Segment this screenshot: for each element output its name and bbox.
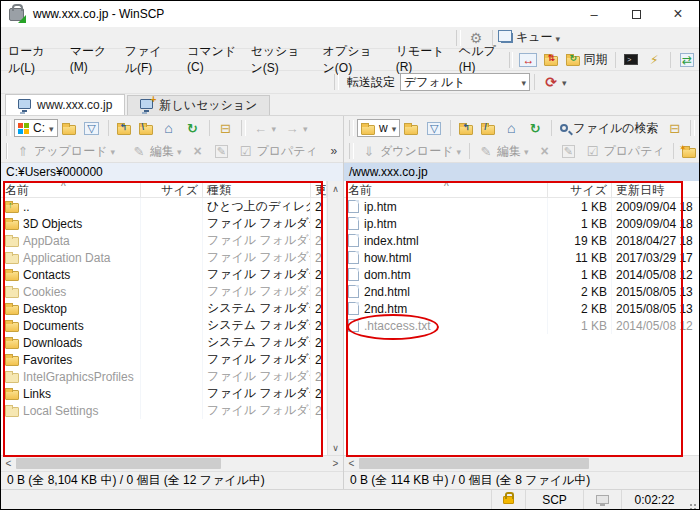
queue-button[interactable]: キュー <box>497 27 564 48</box>
minimize-button[interactable] <box>573 1 615 27</box>
toolbar-grip[interactable] <box>349 120 354 136</box>
remote-refresh-button[interactable] <box>523 118 547 138</box>
menu-item[interactable]: ローカル(L) <box>1 40 63 80</box>
menu-item[interactable]: マーク(M) <box>63 40 118 80</box>
menu-item[interactable]: セッション(S) <box>243 40 315 80</box>
file-row[interactable]: 2nd.htm2 KB2015/08/05 13 <box>344 300 700 317</box>
file-row[interactable]: Downloadsシステム フォルダー2 <box>1 334 327 351</box>
synchronize-browsing-button[interactable]: ⇅ <box>540 51 562 68</box>
local-vertical-scrollbar[interactable]: ∧ ∨ <box>327 181 343 455</box>
remote-path-bar[interactable]: /www.xxx.co.jp <box>344 163 700 181</box>
remote-directory-select[interactable]: w <box>357 119 400 137</box>
column-header-modified[interactable]: 更 <box>311 181 327 197</box>
connection-button[interactable] <box>642 50 666 70</box>
local-path-bar[interactable]: C:¥Users¥000000 <box>1 163 343 181</box>
scrollbar-thumb[interactable] <box>16 458 221 469</box>
local-drive-select[interactable]: C: <box>14 119 58 137</box>
scrollbar-thumb[interactable] <box>359 458 589 469</box>
remote-parent-directory-button[interactable]: ↰ <box>455 120 477 137</box>
file-row[interactable]: dom.htm1 KB2014/05/08 12 <box>344 266 700 283</box>
file-row[interactable]: 3D Objectsファイル フォルダー2 <box>1 215 327 232</box>
transfer-queue-button[interactable] <box>675 50 699 70</box>
remote-properties-button[interactable]: プロパティ <box>580 141 668 162</box>
file-row[interactable]: Documentsシステム フォルダー2 <box>1 317 327 334</box>
remote-directory-tree-button[interactable] <box>663 118 687 138</box>
encryption-status[interactable] <box>491 490 525 509</box>
resize-grip[interactable] <box>687 490 699 509</box>
local-back-button[interactable] <box>249 118 281 138</box>
file-row[interactable]: AppDataファイル フォルダー2 <box>1 232 327 249</box>
file-row[interactable]: Desktopシステム フォルダー2 <box>1 300 327 317</box>
file-row[interactable]: IntelGraphicsProfilesファイル フォルダー2 <box>1 368 327 385</box>
session-tab-new[interactable]: 新しいセッション <box>127 95 270 115</box>
remote-root-directory-button[interactable]: / <box>477 120 499 137</box>
file-row[interactable]: how.html11 KB2017/03/29 17 <box>344 249 700 266</box>
remote-open-directory-button[interactable] <box>400 120 422 137</box>
toolbar-grip[interactable] <box>349 143 354 159</box>
session-status[interactable] <box>583 490 621 509</box>
menu-item[interactable]: コマンド(C) <box>180 40 243 80</box>
open-console-button[interactable]: > <box>620 52 642 67</box>
file-row[interactable]: 2nd.html2 KB2015/08/05 13 <box>344 283 700 300</box>
file-row[interactable]: Contactsファイル フォルダー2 <box>1 266 327 283</box>
download-button[interactable]: ダウンロード <box>357 141 465 162</box>
file-row[interactable]: .htaccess.txt1 KB2014/05/08 12 <box>344 317 700 334</box>
synchronize-settings-button[interactable] <box>539 72 571 92</box>
scroll-down-icon[interactable]: ∨ <box>332 440 339 455</box>
file-row[interactable]: Cookiesファイル フォルダー2 <box>1 283 327 300</box>
session-tab-current[interactable]: www.xxx.co.jp <box>5 94 125 115</box>
remote-home-directory-button[interactable] <box>499 118 523 138</box>
remote-filter-button[interactable] <box>422 118 446 138</box>
local-edit-button[interactable]: 編集 <box>127 141 186 162</box>
toolbar-grip[interactable] <box>334 74 339 90</box>
toolbar-grip[interactable] <box>241 120 246 136</box>
column-header-size[interactable]: サイズ <box>548 181 612 197</box>
file-row[interactable]: Linksファイル フォルダー2 <box>1 385 327 402</box>
file-row[interactable]: Favoritesファイル フォルダー2 <box>1 351 327 368</box>
local-toolbar-overflow-button[interactable] <box>322 141 346 161</box>
protocol-status[interactable]: SCP <box>525 490 583 509</box>
local-delete-button[interactable] <box>185 141 209 161</box>
local-parent-directory-button[interactable]: ↰ <box>113 120 135 137</box>
local-root-directory-button[interactable]: \ <box>135 120 157 137</box>
local-open-directory-button[interactable] <box>58 120 80 137</box>
file-row[interactable]: Local Settingsファイル フォルダー2 <box>1 402 327 419</box>
scroll-right-icon[interactable]: > <box>328 458 343 469</box>
scroll-left-icon[interactable]: < <box>1 458 16 469</box>
column-header-modified[interactable]: 更新日時 <box>612 181 700 197</box>
local-home-directory-button[interactable] <box>157 118 181 138</box>
scroll-up-icon[interactable]: ∧ <box>332 181 339 196</box>
column-header-type[interactable]: 種類 <box>203 181 311 197</box>
file-row[interactable]: ↑..ひとつ上のディレクトリ2 <box>1 198 327 215</box>
scroll-left-icon[interactable]: < <box>344 458 359 469</box>
toolbar-grip[interactable] <box>6 120 11 136</box>
close-button[interactable] <box>657 1 699 27</box>
toolbar-grip[interactable] <box>509 52 513 68</box>
file-row[interactable]: ip.htm1 KB2009/09/04 18 <box>344 215 700 232</box>
session-duration[interactable]: 0:02:22 <box>621 490 687 509</box>
file-row[interactable]: Application Dataファイル フォルダー2 <box>1 249 327 266</box>
upload-button[interactable]: アップロード <box>11 141 119 162</box>
remote-delete-button[interactable] <box>532 141 556 161</box>
toolbar-grip[interactable] <box>6 143 8 159</box>
transfer-settings-select[interactable]: デフォルト <box>400 73 530 91</box>
file-row[interactable]: ip.htm1 KB2009/09/04 18 <box>344 198 700 215</box>
menu-item[interactable]: ファイル(F) <box>118 40 180 80</box>
remote-edit-button[interactable]: 編集 <box>474 141 533 162</box>
toolbar-grip[interactable] <box>690 120 695 136</box>
find-files-button[interactable]: ファイルの検索 <box>556 118 662 139</box>
compare-directories-button[interactable] <box>516 50 540 70</box>
file-row[interactable]: index.html19 KB2018/04/27 18 <box>344 232 700 249</box>
local-rename-button[interactable] <box>209 141 233 161</box>
local-directory-tree-button[interactable] <box>214 118 238 138</box>
synchronize-button[interactable]: ↻ 同期 <box>562 49 611 70</box>
local-refresh-button[interactable] <box>181 118 205 138</box>
new-directory-button[interactable] <box>678 143 700 160</box>
remote-rename-button[interactable] <box>556 141 580 161</box>
remote-horizontal-scrollbar[interactable]: < > <box>344 455 700 471</box>
column-header-size[interactable]: サイズ <box>141 181 203 197</box>
local-horizontal-scrollbar[interactable]: < > <box>1 455 343 471</box>
local-forward-button[interactable] <box>280 118 312 138</box>
column-header-name[interactable]: 名前 <box>1 181 141 197</box>
local-properties-button[interactable]: プロパティ <box>233 141 321 162</box>
